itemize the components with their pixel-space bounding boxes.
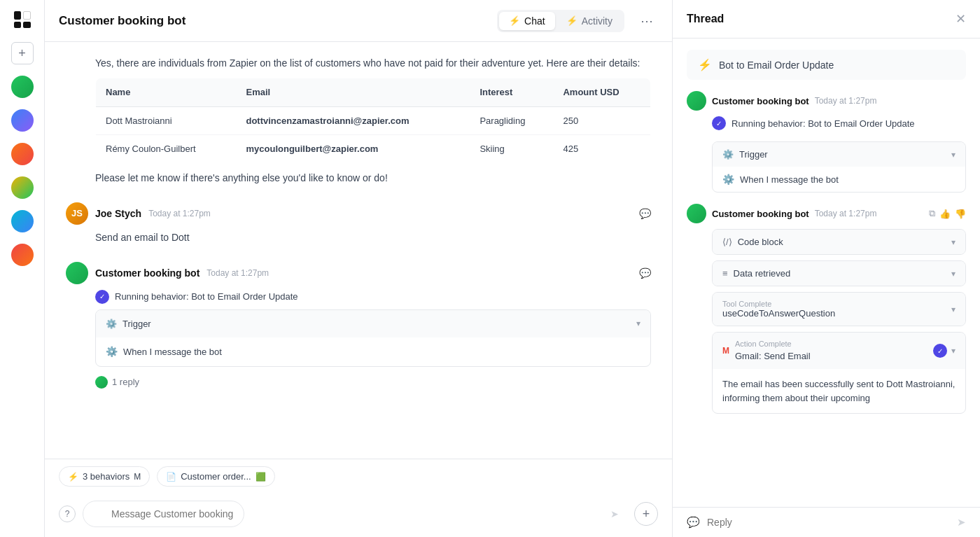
behaviors-chip-label: 3 behaviors [83, 471, 130, 482]
action-check-icon: ✓ [933, 344, 947, 358]
tab-chat[interactable]: ⚡ Chat [499, 12, 555, 30]
thread-trigger-content-icon: ⚙️ [722, 174, 734, 185]
gmail-chip-badge: M [134, 472, 141, 482]
thread-bot-avatar-1 [687, 91, 706, 111]
action-content: The email has been successfully sent to … [713, 369, 965, 413]
thread-header: Thread ✕ [673, 0, 980, 39]
add-workspace-button[interactable]: + [11, 42, 34, 64]
sidebar-avatar-3[interactable] [11, 143, 34, 165]
running-check-icon: ✓ [95, 290, 109, 304]
row1-email: dottvincenzamastroianni@zapier.com [236, 106, 470, 135]
bot-message-header: Customer booking bot Today at 1:27pm 💬 [66, 262, 651, 284]
code-block-left: ⟨/⟩ Code block [722, 237, 783, 247]
trigger-icon: ⚙️ [106, 317, 117, 331]
action-icons: ✓ ▾ [933, 344, 955, 358]
message-author: Joe Stych [95, 208, 141, 219]
bot-author: Customer booking bot [95, 267, 200, 279]
table-row: Dott Mastroianni dottvincenzamastroianni… [96, 106, 651, 135]
thread-bot-avatar-2 [687, 204, 706, 223]
action-title: Action Complete [735, 340, 811, 348]
table-row: Rémy Coulon-Guilbert mycoulonguilbert@za… [96, 135, 651, 164]
row1-interest: Paragliding [470, 106, 553, 135]
thread-top-text: Bot to Email Order Update [719, 60, 834, 71]
reply-input[interactable] [707, 517, 950, 528]
col-amount: Amount USD [553, 78, 650, 107]
behaviors-chip-icon: ⚡ [68, 472, 78, 482]
tab-activity[interactable]: ⚡ Activity [556, 12, 622, 30]
data-retrieved-header[interactable]: ≡ Data retrieved ▾ [713, 261, 965, 286]
sidebar-avatar-2[interactable] [11, 109, 34, 132]
reply-button[interactable]: 1 reply [95, 372, 139, 392]
sidebar-avatar-5[interactable] [11, 210, 34, 232]
input-wrapper: ✦ ➤ [83, 501, 627, 527]
input-row: ? ✦ ➤ + [45, 494, 672, 537]
message-reply-icon[interactable]: 💬 [639, 208, 651, 219]
tool-block-label: useCodeToAnswerQuestion [722, 308, 835, 319]
data-chevron: ▾ [951, 269, 955, 279]
thread-msg-2-body: ⟨/⟩ Code block ▾ ≡ Data retrieved ▾ [712, 229, 966, 414]
thread-body: ⚡ Bot to Email Order Update Customer boo… [673, 39, 980, 507]
activity-tab-icon: ⚡ [566, 15, 578, 26]
user-message-joe: JS Joe Stych Today at 1:27pm 💬 Send an e… [66, 202, 651, 245]
thumbs-down-icon[interactable]: 👎 [955, 209, 966, 219]
more-options-button[interactable]: ⋯ [636, 10, 658, 32]
row1-name: Dott Mastroianni [96, 106, 237, 135]
user-message-text: Send an email to Dott [95, 230, 651, 245]
action-block-text: Action Complete Gmail: Send Email [735, 340, 811, 362]
sidebar-avatar-1[interactable] [11, 76, 34, 98]
outro-text: Please let me know if there's anything e… [95, 171, 651, 186]
chat-input[interactable] [83, 501, 244, 527]
thread-msg-1-time: Today at 1:27pm [815, 96, 877, 106]
send-icon[interactable]: ➤ [610, 508, 619, 519]
file-chip[interactable]: 📄 Customer order... 🟩 [157, 466, 274, 487]
thread-title: Thread [687, 13, 724, 25]
bot-reply-icon[interactable]: 💬 [639, 267, 651, 279]
thread-msg-2-time: Today at 1:27pm [815, 209, 877, 218]
trigger-block-header[interactable]: ⚙️ Trigger ▾ [96, 310, 650, 338]
trigger-content-icon: ⚙️ [106, 344, 118, 359]
thread-trigger-label: Trigger [739, 149, 768, 160]
message-time: Today at 1:27pm [148, 209, 211, 218]
chat-area: Yes, there are individuals from Zapier o… [45, 42, 672, 459]
booking-table: Name Email Interest Amount USD Dott Mast… [95, 78, 651, 164]
tool-complete-header[interactable]: Tool Complete useCodeToAnswerQuestion ▾ [713, 293, 965, 326]
sidebar-avatar-4[interactable] [11, 176, 34, 199]
col-name: Name [96, 78, 237, 107]
thumbs-up-icon[interactable]: 👍 [939, 209, 951, 219]
tool-block-title: Tool Complete [722, 300, 835, 308]
behaviors-chip[interactable]: ⚡ 3 behaviors M [59, 466, 150, 487]
thread-bolt-icon: ⚡ [698, 58, 712, 71]
thread-trigger-block: ⚙️ Trigger ▾ ⚙️ When I message the bot [712, 141, 966, 193]
thread-msg-2-header: Customer booking bot Today at 1:27pm ⧉ 👍… [687, 204, 966, 223]
thread-trigger-icon: ⚙️ [722, 149, 734, 160]
tab-group: ⚡ Chat ⚡ Activity [497, 10, 624, 32]
action-complete-block: M Action Complete Gmail: Send Email ✓ ▾ [712, 332, 966, 414]
row2-email: mycoulonguilbert@zapier.com [236, 135, 470, 164]
action-complete-header[interactable]: M Action Complete Gmail: Send Email ✓ ▾ [713, 333, 965, 369]
bottom-toolbar: ⚡ 3 behaviors M 📄 Customer order... 🟩 [45, 459, 672, 494]
add-attachment-button[interactable]: + [634, 502, 658, 526]
copy-icon[interactable]: ⧉ [929, 208, 935, 219]
thread-msg-1-body: ✓ Running behavior: Bot to Email Order U… [712, 116, 966, 193]
bot-message-body: ✓ Running behavior: Bot to Email Order U… [95, 290, 651, 393]
action-content-text: The email has been successfully sent to … [722, 379, 955, 403]
data-icon: ≡ [722, 268, 728, 279]
thread-trigger-content-text: When I message the bot [740, 174, 839, 185]
reply-send-icon[interactable]: ➤ [957, 516, 966, 529]
thread-message-2: Customer booking bot Today at 1:27pm ⧉ 👍… [687, 204, 966, 414]
code-block-header[interactable]: ⟨/⟩ Code block ▾ [713, 230, 965, 254]
trigger-block-left: ⚙️ Trigger [106, 317, 151, 331]
running-badge: ✓ Running behavior: Bot to Email Order U… [95, 290, 651, 304]
trigger-content-text: When I message the bot [123, 345, 222, 359]
reply-area-icon: 💬 [687, 516, 700, 529]
help-icon[interactable]: ? [59, 505, 76, 522]
action-block-left: M Action Complete Gmail: Send Email [722, 340, 811, 362]
intro-text: Yes, there are individuals from Zapier o… [95, 56, 651, 71]
thread-close-button[interactable]: ✕ [955, 11, 966, 27]
thread-trigger-header[interactable]: ⚙️ Trigger ▾ [713, 142, 965, 167]
code-icon: ⟨/⟩ [722, 237, 732, 247]
thread-trigger-chevron: ▾ [951, 150, 955, 160]
sidebar-avatar-6[interactable] [11, 244, 34, 266]
row2-amount: 425 [553, 135, 650, 164]
file-chip-label: Customer order... [181, 471, 251, 482]
